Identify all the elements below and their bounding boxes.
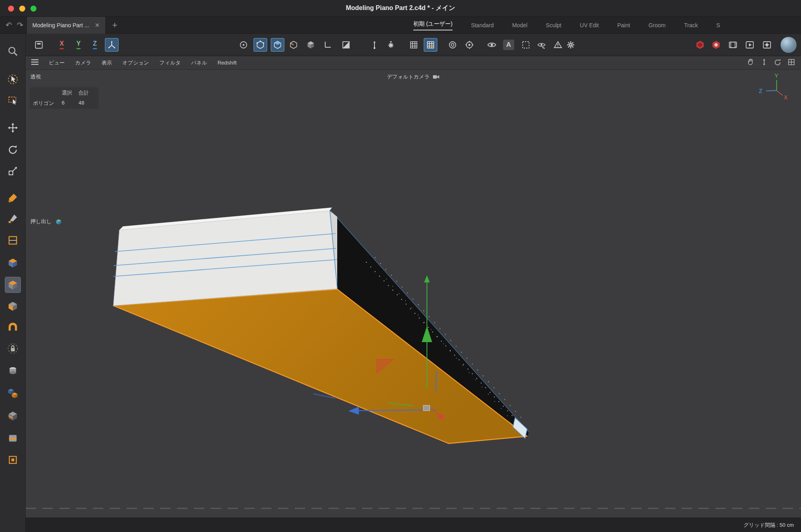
render-settings-button[interactable] xyxy=(760,38,774,52)
orbit-view-icon[interactable] xyxy=(774,58,782,67)
layout-tab-uvedit[interactable]: UV Edit xyxy=(580,22,599,28)
menu-panel[interactable]: パネル xyxy=(191,59,207,66)
render-button[interactable] xyxy=(743,38,757,52)
knife-tool-button[interactable] xyxy=(5,211,21,227)
make-editable-cube-button[interactable] xyxy=(5,255,21,271)
viewport-canvas[interactable]: Y Z X 透視 デフォルトカメラ xyxy=(26,70,801,518)
stats-col-total: 合計 xyxy=(78,89,95,97)
axis-corner-icon[interactable] xyxy=(321,38,334,52)
active-tool-hint: 押し出し xyxy=(30,218,62,225)
layout-switcher: 初期 (ユーザー) Standard Model Sculpt UV Edit … xyxy=(413,17,720,34)
layout-tab-groom[interactable]: Groom xyxy=(648,22,666,28)
extrude-tool-button[interactable] xyxy=(5,277,21,293)
wrap-cube-tool-button[interactable] xyxy=(5,408,21,424)
magnet-lock-tool-button[interactable] xyxy=(5,341,21,357)
layout-tab-startup[interactable]: 初期 (ユーザー) xyxy=(413,20,453,30)
view-type-label[interactable]: 透視 xyxy=(30,73,41,81)
layout-tab-sculpt[interactable]: Sculpt xyxy=(546,22,562,28)
titlebar: Modeling Piano Part 2.c4d * - メイン xyxy=(0,0,801,17)
rectangle-selection-tool-button[interactable] xyxy=(5,93,21,109)
stats-total-count: 48 xyxy=(78,100,95,107)
snap-enable-button[interactable] xyxy=(424,38,437,52)
layout-tab-track[interactable]: Track xyxy=(684,22,698,28)
axis-center-tool-button[interactable] xyxy=(5,452,21,468)
workplane-icon[interactable] xyxy=(339,38,353,52)
account-avatar[interactable] xyxy=(781,37,797,53)
viewport-hamburger-icon[interactable] xyxy=(31,59,38,66)
pan-view-icon[interactable] xyxy=(747,58,755,67)
redo-icon[interactable]: ↷ xyxy=(17,20,23,30)
array-cubes-tool-button[interactable] xyxy=(5,385,21,401)
status-bar: グリッド間隔 : 50 cm xyxy=(26,518,801,532)
axis-x-label: X xyxy=(784,94,788,101)
axis-z-label: Z xyxy=(759,88,763,94)
stats-row-label: ポリゴン xyxy=(33,100,62,107)
display-settings-gear-icon[interactable] xyxy=(564,38,578,52)
gizmo-center-handle[interactable] xyxy=(423,405,430,411)
undo-icon[interactable]: ↶ xyxy=(6,20,12,30)
axis-lock-z-button[interactable]: Z xyxy=(88,38,102,52)
camera-name-label: デフォルトカメラ xyxy=(387,73,429,81)
bridge-tool-button[interactable] xyxy=(5,319,21,335)
bevel-drawer-tool-button[interactable] xyxy=(5,430,21,446)
redshift-render-icon[interactable] xyxy=(709,38,723,52)
scale-tool-button[interactable] xyxy=(5,163,21,179)
zoom-tool-button[interactable] xyxy=(3,42,22,61)
layout-tab-standard[interactable]: Standard xyxy=(471,22,494,28)
axis-lock-y-button[interactable]: Y xyxy=(72,38,85,52)
gizmo-x-handle[interactable] xyxy=(438,414,444,419)
zoom-window-button[interactable] xyxy=(30,6,36,12)
layout-tab-model[interactable]: Model xyxy=(512,22,527,28)
menu-camera[interactable]: カメラ xyxy=(75,59,91,66)
menu-redshift[interactable]: Redshift xyxy=(217,60,237,66)
redshift-material-icon[interactable] xyxy=(693,38,707,52)
warning-triangle-icon[interactable] xyxy=(551,38,565,52)
viewport-solo-eye-icon[interactable] xyxy=(485,38,499,52)
stats-selected-count: 6 xyxy=(62,100,78,107)
edges-mode-button[interactable] xyxy=(287,38,300,52)
camera-label-group[interactable]: デフォルトカメラ xyxy=(387,73,439,81)
gizmo-z-arrow[interactable] xyxy=(348,407,359,415)
coordinate-system-toggle[interactable] xyxy=(105,38,119,52)
axis-lock-x-button[interactable]: X xyxy=(55,38,68,52)
document-tab-label: Modeling Piano Part ... xyxy=(32,22,89,28)
close-window-button[interactable] xyxy=(8,6,14,12)
tab-close-icon[interactable]: ✕ xyxy=(95,22,100,29)
render-view-icon[interactable] xyxy=(726,38,740,52)
dolly-view-icon[interactable] xyxy=(760,58,768,67)
layout-tab-paint[interactable]: Paint xyxy=(617,22,630,28)
live-selection-tool-button[interactable] xyxy=(5,71,21,87)
selection-stats-panel: 選択 合計 ポリゴン 6 48 xyxy=(30,87,99,109)
model-mode-icon[interactable] xyxy=(237,38,250,52)
menu-filter[interactable]: フィルタ xyxy=(159,59,181,66)
grid-icon[interactable] xyxy=(407,38,421,52)
brush-smooth-tool-button[interactable] xyxy=(5,363,21,379)
rotate-tool-button[interactable] xyxy=(5,142,21,158)
move-tool-button[interactable] xyxy=(5,120,21,136)
snap-settings-gear-icon[interactable] xyxy=(463,38,476,52)
menu-options[interactable]: オプション xyxy=(123,59,149,66)
menu-display[interactable]: 表示 xyxy=(102,59,112,66)
points-mode-button[interactable] xyxy=(254,38,267,52)
view-filter-eye-icon[interactable] xyxy=(535,38,548,52)
menu-view[interactable]: ビュー xyxy=(49,59,65,66)
object-mode-icon[interactable] xyxy=(304,38,318,52)
axis-settings-gear-icon[interactable] xyxy=(384,38,398,52)
enable-axis-button[interactable] xyxy=(368,38,381,52)
scene-3d: Y Z X xyxy=(26,70,801,518)
snap-target-icon[interactable] xyxy=(446,38,459,52)
tool-hint-label: 押し出し xyxy=(30,218,52,225)
document-tab[interactable]: Modeling Piano Part ... ✕ xyxy=(26,17,106,34)
add-tab-button[interactable]: + xyxy=(112,20,117,30)
polygon-pen-tool-button[interactable] xyxy=(5,190,21,206)
selection-filter-icon[interactable] xyxy=(519,38,533,52)
asset-box-icon[interactable] xyxy=(32,38,46,52)
annotation-icon[interactable]: A xyxy=(502,38,515,52)
minimize-window-button[interactable] xyxy=(19,6,25,12)
polygons-mode-button[interactable] xyxy=(271,38,284,52)
inner-extrude-tool-button[interactable] xyxy=(5,298,21,314)
axis-y-label: Y xyxy=(775,73,779,79)
edge-cut-tool-button[interactable] xyxy=(5,232,21,248)
layout-tab-partial[interactable]: S xyxy=(716,22,720,28)
toggle-view-layout-icon[interactable] xyxy=(787,58,795,67)
